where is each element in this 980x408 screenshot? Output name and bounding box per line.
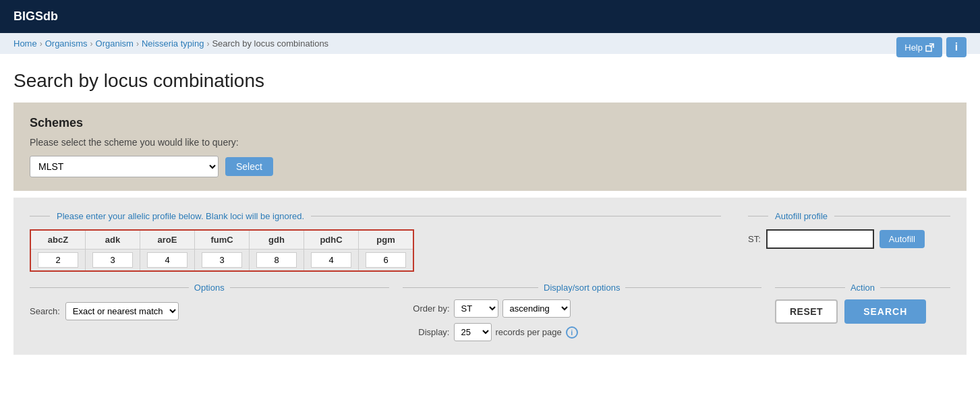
help-button[interactable]: Help	[896, 37, 942, 57]
options-label: Options	[194, 283, 225, 293]
col-header-abcZ: abcZ	[30, 230, 86, 250]
pdhC-input[interactable]	[311, 252, 351, 268]
display-sort-panel: Display/sort options Order by: ST abcZ a…	[403, 283, 762, 341]
table-value-row	[30, 250, 413, 272]
autofill-st-input[interactable]	[766, 229, 874, 249]
schemes-title: Schemes	[30, 116, 950, 130]
schemes-description: Please select the scheme you would like …	[30, 137, 950, 148]
breadcrumb-organism[interactable]: Organism	[96, 38, 134, 49]
st-label: ST:	[748, 234, 761, 244]
adk-input[interactable]	[92, 252, 133, 268]
abcZ-input[interactable]	[38, 252, 78, 268]
profile-instruction: Please enter your allelic profile below.…	[57, 211, 304, 221]
gdh-input[interactable]	[256, 252, 297, 268]
external-link-icon	[925, 43, 934, 52]
order-by-select[interactable]: ST abcZ adk aroE fumC gdh pdhC pgm	[454, 299, 498, 318]
schemes-panel: Schemes Please select the scheme you wou…	[13, 103, 967, 191]
breadcrumb-home[interactable]: Home	[13, 38, 37, 49]
search-label: Search:	[30, 306, 60, 316]
info-button[interactable]: i	[946, 37, 967, 57]
page-title: Search by locus combinations	[0, 54, 980, 103]
fumC-input[interactable]	[202, 252, 242, 268]
allelic-profile-table: abcZ adk aroE fumC gdh pdhC pgm	[30, 229, 414, 272]
search-button[interactable]: SEARCH	[844, 299, 926, 324]
reset-button[interactable]: RESET	[775, 299, 838, 324]
col-header-pdhC: pdhC	[304, 230, 359, 250]
display-label: Display:	[403, 327, 450, 337]
table-header-row: abcZ adk aroE fumC gdh pdhC pgm	[30, 230, 413, 250]
app-title: BIGSdb	[13, 9, 58, 23]
scheme-select[interactable]: MLST	[30, 156, 219, 177]
display-sort-label: Display/sort options	[544, 283, 620, 293]
records-per-page-label: records per page	[496, 327, 562, 337]
sort-direction-select[interactable]: ascending descending	[502, 299, 571, 318]
records-per-page-select[interactable]: 10 25 50 100	[454, 323, 492, 341]
breadcrumb-current: Search by locus combinations	[212, 38, 328, 49]
records-info-icon[interactable]: i	[566, 326, 578, 339]
col-header-gdh: gdh	[250, 230, 304, 250]
order-by-label: Order by:	[403, 303, 450, 314]
col-header-aroE: aroE	[140, 230, 195, 250]
profile-section: Please enter your allelic profile below.…	[13, 198, 967, 355]
autofill-label: Autofill profile	[775, 211, 828, 221]
col-header-fumC: fumC	[195, 230, 250, 250]
options-panel: Options Search: Exact or nearest match E…	[30, 283, 389, 341]
action-panel: Action RESET SEARCH	[775, 283, 950, 341]
breadcrumb-organisms[interactable]: Organisms	[45, 38, 88, 49]
action-label: Action	[851, 283, 875, 293]
pgm-input[interactable]	[366, 252, 406, 268]
select-button[interactable]: Select	[225, 157, 273, 176]
app-header: BIGSdb	[0, 0, 980, 33]
col-header-adk: adk	[86, 230, 140, 250]
autofill-button[interactable]: Autofill	[880, 230, 925, 248]
search-type-select[interactable]: Exact or nearest match Exact match only	[65, 302, 179, 320]
aroE-input[interactable]	[147, 252, 188, 268]
col-header-pgm: pgm	[359, 230, 414, 250]
breadcrumb-neisseria[interactable]: Neisseria typing	[142, 38, 204, 49]
breadcrumb: Home › Organisms › Organism › Neisseria …	[0, 33, 980, 54]
